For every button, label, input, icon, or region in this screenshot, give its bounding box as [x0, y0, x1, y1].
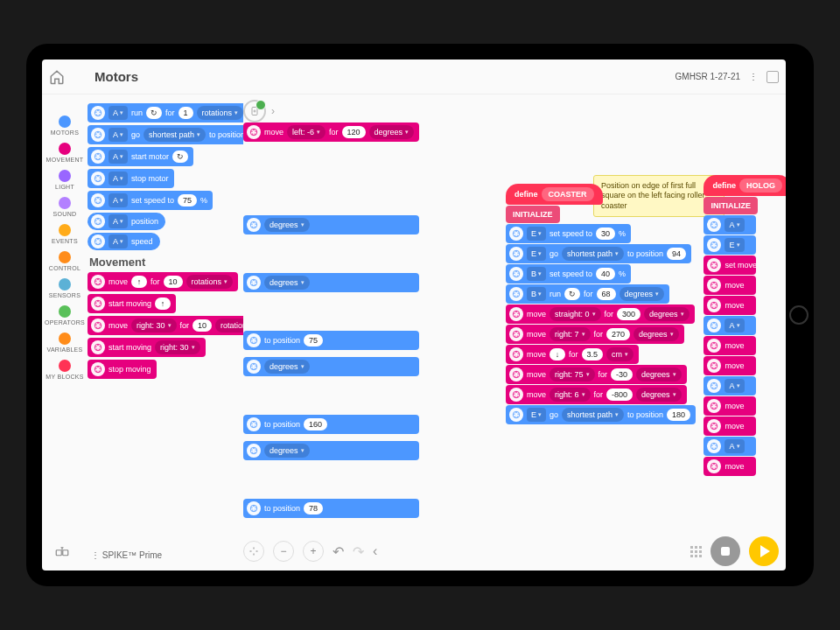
- dropdown[interactable]: right: 6: [550, 388, 591, 402]
- dropdown[interactable]: right: 7: [550, 327, 591, 341]
- stop-button[interactable]: [710, 536, 740, 566]
- code-block[interactable]: moveright: 7for270degrees: [506, 325, 684, 344]
- define-hat[interactable]: define COASTER: [506, 184, 603, 205]
- dropdown[interactable]: shortest path: [144, 128, 206, 142]
- value-input[interactable]: 1: [178, 107, 193, 119]
- port-dropdown[interactable]: A: [108, 150, 128, 164]
- value-input[interactable]: -800: [606, 388, 633, 401]
- value-input[interactable]: 75: [178, 194, 197, 206]
- unit-dropdown[interactable]: rotations: [197, 106, 243, 120]
- value-input[interactable]: 120: [342, 126, 366, 138]
- dropdown[interactable]: degrees: [264, 218, 310, 232]
- menu-dots-icon[interactable]: ⋮: [749, 72, 758, 81]
- direction-pill[interactable]: ↻: [172, 150, 188, 163]
- category-variables[interactable]: Variables: [46, 329, 84, 356]
- unit-dropdown[interactable]: degrees: [369, 125, 415, 139]
- home-icon[interactable]: [49, 69, 65, 85]
- code-block[interactable]: to position160: [243, 415, 419, 434]
- category-light[interactable]: Light: [46, 166, 84, 193]
- code-block[interactable]: Agoshortest pathto position: [88, 125, 243, 144]
- unit-dropdown[interactable]: degrees: [636, 368, 682, 382]
- code-block[interactable]: move: [704, 356, 756, 375]
- code-block[interactable]: to position75: [243, 331, 419, 350]
- port-dropdown[interactable]: A: [108, 172, 128, 186]
- grid-view-icon[interactable]: [690, 546, 702, 557]
- port-dropdown[interactable]: E: [527, 247, 546, 261]
- code-block[interactable]: Astart motor↻: [88, 147, 193, 166]
- code-block[interactable]: A: [704, 437, 756, 456]
- category-events[interactable]: Events: [46, 220, 84, 248]
- category-movement[interactable]: Movement: [46, 139, 84, 166]
- code-block[interactable]: E: [704, 235, 756, 255]
- port-dropdown[interactable]: E: [527, 408, 546, 422]
- port-dropdown[interactable]: A: [724, 379, 744, 393]
- code-block[interactable]: moveleft: -6for120degrees: [243, 122, 419, 142]
- code-block[interactable]: move↑for10rotations: [88, 272, 238, 291]
- dropdown[interactable]: straight: 0: [550, 307, 601, 321]
- direction-pill[interactable]: ↑: [131, 276, 147, 288]
- unit-dropdown[interactable]: degrees: [634, 327, 679, 341]
- code-block[interactable]: degrees: [243, 273, 419, 292]
- value-input[interactable]: -30: [611, 368, 633, 381]
- project-name[interactable]: GMHSR 1-27-21: [676, 72, 740, 81]
- unit-dropdown[interactable]: degrees: [644, 307, 690, 321]
- stack-coaster[interactable]: define COASTERINITIALIZE Eset speed to30…: [506, 184, 696, 424]
- port-dropdown[interactable]: A: [108, 193, 128, 207]
- category-sensors[interactable]: Sensors: [46, 275, 84, 302]
- code-block[interactable]: A: [704, 215, 756, 234]
- chevron-right-icon[interactable]: ›: [271, 105, 275, 117]
- code-block[interactable]: moveright: 75for-30degrees: [506, 365, 687, 384]
- value-input[interactable]: 30: [596, 228, 615, 240]
- hub-name-label[interactable]: ⋮ SPIKE™ Prime: [91, 550, 162, 560]
- value-input[interactable]: 78: [304, 502, 323, 514]
- code-block[interactable]: start moving↑: [88, 294, 176, 313]
- code-block[interactable]: move: [704, 336, 756, 355]
- code-block[interactable]: degrees: [243, 215, 419, 234]
- category-myblocks[interactable]: My Blocks: [46, 356, 84, 383]
- code-block[interactable]: Aset speed to75%: [88, 191, 213, 210]
- code-block[interactable]: moveright: 30for10rotations: [88, 316, 243, 335]
- category-motors[interactable]: Motors: [46, 112, 84, 139]
- redo-button[interactable]: ↷: [353, 543, 364, 560]
- direction-pill[interactable]: ↑: [155, 298, 171, 310]
- unit-dropdown[interactable]: degrees: [636, 388, 682, 402]
- value-input[interactable]: 160: [304, 418, 327, 430]
- dropdown[interactable]: shortest path: [562, 408, 624, 422]
- value-input[interactable]: 3.5: [582, 348, 604, 360]
- ipad-home-button[interactable]: [789, 305, 808, 325]
- code-block[interactable]: move: [704, 396, 756, 416]
- myblock-call[interactable]: INITIALIZE: [506, 206, 560, 223]
- category-operators[interactable]: Operators: [46, 302, 84, 329]
- stack-right-partial[interactable]: define HOLOGINITIALIZE A E set move move…: [704, 175, 786, 476]
- dropdown[interactable]: shortest path: [562, 247, 624, 261]
- value-input[interactable]: 180: [667, 409, 690, 421]
- code-block[interactable]: degrees: [243, 357, 419, 376]
- port-dropdown[interactable]: E: [724, 238, 744, 252]
- value-input[interactable]: 40: [596, 268, 615, 280]
- code-block[interactable]: A: [704, 316, 756, 335]
- port-dropdown[interactable]: A: [108, 234, 128, 248]
- code-block[interactable]: Eset speed to30%: [506, 224, 631, 243]
- direction-pill[interactable]: ↓: [550, 348, 565, 360]
- dropdown[interactable]: degrees: [264, 276, 310, 290]
- code-block[interactable]: set move: [704, 256, 756, 275]
- value-input[interactable]: 10: [192, 319, 212, 332]
- myblock-call[interactable]: INITIALIZE: [704, 197, 758, 214]
- port-dropdown[interactable]: A: [108, 128, 128, 142]
- port-dropdown[interactable]: B: [527, 267, 546, 281]
- code-block[interactable]: Egoshortest pathto position180: [506, 405, 696, 424]
- value-input[interactable]: 300: [617, 308, 640, 320]
- code-block[interactable]: degrees: [243, 441, 419, 460]
- port-dropdown[interactable]: A: [724, 318, 744, 332]
- code-block[interactable]: Brun↻for68degrees: [506, 284, 669, 304]
- value-input[interactable]: 75: [304, 334, 323, 346]
- extensions-button[interactable]: [51, 542, 74, 562]
- code-block[interactable]: Egoshortest pathto position94: [506, 244, 691, 263]
- value-input[interactable]: 270: [606, 328, 630, 340]
- unit-dropdown[interactable]: degrees: [620, 287, 665, 301]
- port-dropdown[interactable]: A: [108, 214, 128, 228]
- port-dropdown[interactable]: A: [724, 439, 744, 453]
- dropdown[interactable]: left: -6: [287, 125, 326, 139]
- dropdown[interactable]: right: 75: [550, 368, 595, 382]
- value-input[interactable]: 68: [597, 288, 616, 300]
